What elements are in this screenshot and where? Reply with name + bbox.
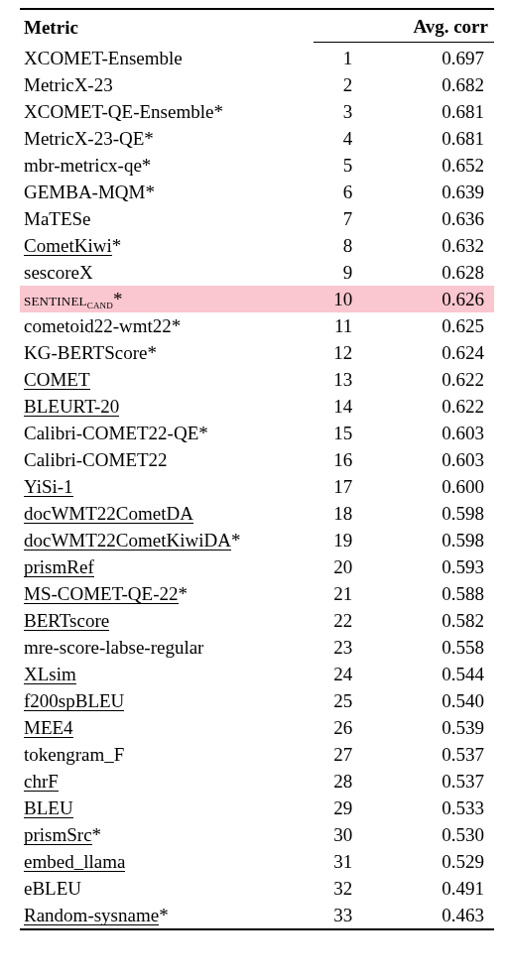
metric-cell: mbr-metricx-qe* — [20, 152, 314, 179]
rank-cell: 10 — [314, 286, 380, 312]
rank-cell: 18 — [314, 500, 380, 527]
metric-cell: Random-sysname* — [20, 902, 314, 929]
rank-cell: 29 — [314, 795, 380, 821]
rank-cell: 16 — [314, 446, 380, 473]
header-metric: Metric — [20, 9, 314, 43]
rank-cell: 1 — [314, 45, 380, 71]
table-row: CometKiwi*80.632 — [20, 232, 494, 259]
corr-cell: 0.491 — [380, 875, 494, 902]
rank-cell: 5 — [314, 152, 380, 179]
metric-cell: BLEURT-20 — [20, 393, 314, 420]
metric-cell: sescoreX — [20, 259, 314, 286]
corr-cell: 0.625 — [380, 312, 494, 339]
metric-cell: eBLEU — [20, 875, 314, 902]
table-row: prismSrc*300.530 — [20, 821, 494, 848]
table-row: eBLEU320.491 — [20, 875, 494, 902]
rank-cell: 3 — [314, 98, 380, 125]
rank-cell: 27 — [314, 741, 380, 768]
rank-cell: 11 — [314, 312, 380, 339]
results-table-wrap: Metric Avg. corr XCOMET-Ensemble10.697Me… — [0, 0, 508, 930]
rank-cell: 17 — [314, 473, 380, 500]
header-rank-spacer — [314, 9, 380, 43]
table-row: tokengram_F270.537 — [20, 741, 494, 768]
table-row: GEMBA-MQM*60.639 — [20, 179, 494, 205]
table-row: docWMT22CometKiwiDA*190.598 — [20, 527, 494, 553]
rank-cell: 28 — [314, 768, 380, 795]
metric-cell: chrF — [20, 768, 314, 795]
rank-cell: 20 — [314, 553, 380, 580]
table-row: sentinelcand*100.626 — [20, 286, 494, 312]
metric-cell: BERTscore — [20, 607, 314, 634]
rank-cell: 4 — [314, 125, 380, 152]
table-header-row: Metric Avg. corr — [20, 9, 494, 43]
corr-cell: 0.533 — [380, 795, 494, 821]
corr-cell: 0.537 — [380, 768, 494, 795]
table-body: XCOMET-Ensemble10.697MetricX-2320.682XCO… — [20, 45, 494, 929]
header-avg-corr-label: Avg. corr — [413, 16, 488, 37]
rank-cell: 30 — [314, 821, 380, 848]
metric-cell: CometKiwi* — [20, 232, 314, 259]
table-row: MS-COMET-QE-22*210.588 — [20, 580, 494, 607]
corr-cell: 0.682 — [380, 71, 494, 98]
table-row: Calibri-COMET22160.603 — [20, 446, 494, 473]
metric-cell: f200spBLEU — [20, 687, 314, 714]
metric-cell: tokengram_F — [20, 741, 314, 768]
rank-cell: 8 — [314, 232, 380, 259]
rank-cell: 21 — [314, 580, 380, 607]
metric-cell: XLsim — [20, 661, 314, 687]
rank-cell: 13 — [314, 366, 380, 393]
corr-cell: 0.540 — [380, 687, 494, 714]
corr-cell: 0.681 — [380, 125, 494, 152]
rank-cell: 12 — [314, 339, 380, 366]
corr-cell: 0.588 — [380, 580, 494, 607]
rank-cell: 14 — [314, 393, 380, 420]
metric-cell: COMET — [20, 366, 314, 393]
corr-cell: 0.697 — [380, 45, 494, 71]
corr-cell: 0.558 — [380, 634, 494, 661]
header-metric-label: Metric — [24, 17, 78, 38]
rank-cell: 23 — [314, 634, 380, 661]
header-avg-corr: Avg. corr — [380, 9, 494, 43]
rank-cell: 7 — [314, 205, 380, 232]
table-row: cometoid22-wmt22*110.625 — [20, 312, 494, 339]
metric-cell: MaTESe — [20, 205, 314, 232]
corr-cell: 0.582 — [380, 607, 494, 634]
metric-cell: embed_llama — [20, 848, 314, 875]
corr-cell: 0.600 — [380, 473, 494, 500]
table-row: MetricX-2320.682 — [20, 71, 494, 98]
metric-cell: XCOMET-QE-Ensemble* — [20, 98, 314, 125]
metric-cell: prismSrc* — [20, 821, 314, 848]
table-row: MEE4260.539 — [20, 714, 494, 741]
table-row: MetricX-23-QE*40.681 — [20, 125, 494, 152]
metric-cell: mre-score-labse-regular — [20, 634, 314, 661]
metric-cell: MS-COMET-QE-22* — [20, 580, 314, 607]
metric-cell: docWMT22CometDA — [20, 500, 314, 527]
corr-cell: 0.636 — [380, 205, 494, 232]
rank-cell: 9 — [314, 259, 380, 286]
table-row: YiSi-1170.600 — [20, 473, 494, 500]
rank-cell: 32 — [314, 875, 380, 902]
table-row: Random-sysname*330.463 — [20, 902, 494, 929]
results-table: Metric Avg. corr XCOMET-Ensemble10.697Me… — [20, 8, 494, 930]
table-row: XLsim240.544 — [20, 661, 494, 687]
corr-cell: 0.639 — [380, 179, 494, 205]
table-row: embed_llama310.529 — [20, 848, 494, 875]
table-row: XCOMET-QE-Ensemble*30.681 — [20, 98, 494, 125]
metric-cell: MetricX-23-QE* — [20, 125, 314, 152]
metric-cell: YiSi-1 — [20, 473, 314, 500]
corr-cell: 0.598 — [380, 500, 494, 527]
metric-cell: KG-BERTScore* — [20, 339, 314, 366]
rank-cell: 19 — [314, 527, 380, 553]
rank-cell: 25 — [314, 687, 380, 714]
metric-cell: XCOMET-Ensemble — [20, 45, 314, 71]
table-row: sescoreX90.628 — [20, 259, 494, 286]
corr-cell: 0.598 — [380, 527, 494, 553]
corr-cell: 0.681 — [380, 98, 494, 125]
rank-cell: 24 — [314, 661, 380, 687]
table-row: MaTESe70.636 — [20, 205, 494, 232]
corr-cell: 0.622 — [380, 366, 494, 393]
table-row: BERTscore220.582 — [20, 607, 494, 634]
corr-cell: 0.463 — [380, 902, 494, 929]
corr-cell: 0.624 — [380, 339, 494, 366]
metric-cell: docWMT22CometKiwiDA* — [20, 527, 314, 553]
